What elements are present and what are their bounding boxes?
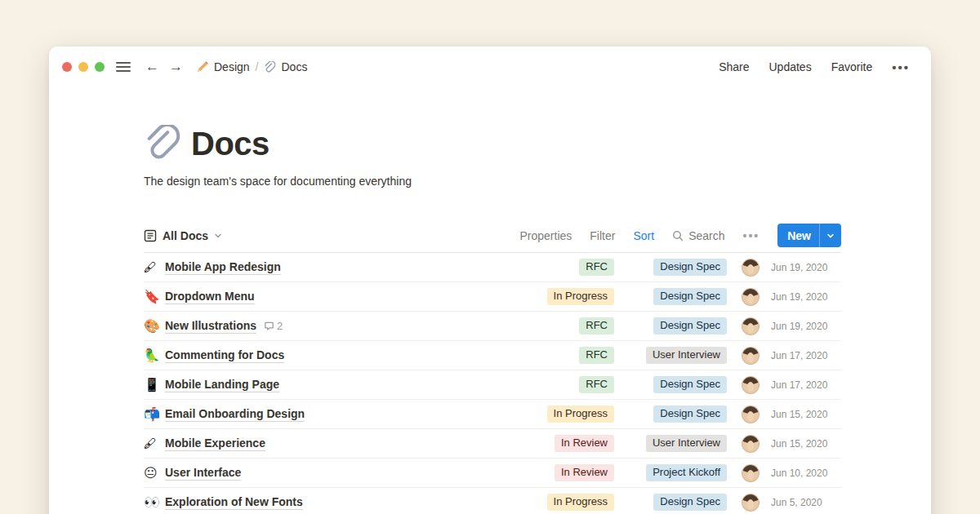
filter-button[interactable]: Filter xyxy=(590,229,615,242)
type-cell[interactable]: Design Spec xyxy=(627,494,727,511)
type-badge: Project Kickoff xyxy=(646,464,727,481)
eyes-icon: 👀 xyxy=(144,496,165,509)
avatar xyxy=(742,494,760,512)
comment-count: 2 xyxy=(264,320,283,332)
breadcrumb-label: Docs xyxy=(281,60,307,73)
type-badge: User Interview xyxy=(646,435,727,452)
type-cell[interactable]: User Interview xyxy=(627,435,727,452)
table-row[interactable]: 🖋 Mobile App Redesign RFC Design Spec Ju… xyxy=(144,253,841,282)
status-cell[interactable]: In Progress xyxy=(506,405,614,423)
type-badge: Design Spec xyxy=(653,288,727,305)
new-button-chevron-icon[interactable] xyxy=(820,224,841,247)
share-button[interactable]: Share xyxy=(719,60,749,73)
mailbox-icon: 📬 xyxy=(144,408,165,421)
type-badge: Design Spec xyxy=(653,494,727,511)
back-button[interactable]: ← xyxy=(145,59,159,75)
status-badge: In Progress xyxy=(547,494,614,511)
type-badge: Design Spec xyxy=(653,376,727,393)
avatar xyxy=(742,376,760,394)
type-cell[interactable]: Design Spec xyxy=(627,376,727,393)
doc-title-link[interactable]: Mobile Landing Page xyxy=(165,378,279,392)
status-cell[interactable]: In Review xyxy=(506,464,614,481)
breadcrumb-label: Design xyxy=(214,60,250,73)
date-cell: Jun 17, 2020 xyxy=(771,379,841,391)
status-cell[interactable]: In Progress xyxy=(506,288,614,305)
comment-count-value: 2 xyxy=(277,320,283,332)
doc-title-link[interactable]: Mobile App Redesign xyxy=(165,260,281,275)
type-cell[interactable]: User Interview xyxy=(627,347,727,364)
status-cell[interactable]: RFC xyxy=(506,376,614,393)
status-cell[interactable]: In Progress xyxy=(506,494,614,511)
avatar xyxy=(742,464,760,482)
breadcrumb-item-docs[interactable]: Docs xyxy=(264,60,307,73)
type-badge: Design Spec xyxy=(653,259,727,276)
more-options-icon[interactable]: ••• xyxy=(892,60,910,74)
doc-title-link[interactable]: Commenting for Docs xyxy=(165,348,284,363)
status-badge: In Progress xyxy=(547,288,614,305)
sort-button[interactable]: Sort xyxy=(633,229,654,242)
date-cell: Jun 19, 2020 xyxy=(771,291,841,303)
table-row[interactable]: 📬 Email Onboarding Design In Progress De… xyxy=(144,400,841,429)
doc-title-link[interactable]: User Interface xyxy=(165,466,241,481)
type-cell[interactable]: Project Kickoff xyxy=(627,464,727,481)
properties-button[interactable]: Properties xyxy=(520,229,572,242)
updates-button[interactable]: Updates xyxy=(769,60,812,73)
table-row[interactable]: 😐 User Interface In Review Project Kicko… xyxy=(144,459,841,488)
sidebar-menu-icon[interactable] xyxy=(116,62,131,72)
date-cell: Jun 10, 2020 xyxy=(771,467,841,479)
status-cell[interactable]: In Review xyxy=(506,435,614,452)
status-cell[interactable]: RFC xyxy=(506,347,614,364)
neutral-face-icon: 😐 xyxy=(144,467,165,480)
type-cell[interactable]: Design Spec xyxy=(627,259,727,276)
doc-title-link[interactable]: Exploration of New Fonts xyxy=(165,495,303,510)
breadcrumb-separator: / xyxy=(256,60,259,73)
mobile-phone-icon: 📱 xyxy=(144,379,165,392)
doc-title-link[interactable]: Email Onboarding Design xyxy=(165,407,305,422)
type-cell[interactable]: Design Spec xyxy=(627,317,727,335)
status-badge: In Review xyxy=(555,435,614,452)
status-cell[interactable]: RFC xyxy=(506,317,614,335)
app-window: ← → Design / Docs Share Updates Favorite… xyxy=(49,47,931,514)
doc-title-link[interactable]: Dropdown Menu xyxy=(165,290,255,304)
table-row[interactable]: 📱 Mobile Landing Page RFC Design Spec Ju… xyxy=(144,370,841,400)
search-icon xyxy=(672,230,684,241)
forward-button[interactable]: → xyxy=(169,59,183,75)
palette-icon: 🎨 xyxy=(144,320,165,333)
date-cell: Jun 15, 2020 xyxy=(771,409,841,420)
view-selector-label: All Docs xyxy=(163,229,208,242)
breadcrumb: Design / Docs xyxy=(196,60,307,73)
table-row[interactable]: 👀 Exploration of New Fonts In Progress D… xyxy=(144,488,841,514)
maximize-window-button[interactable] xyxy=(95,62,105,72)
search-button[interactable]: Search xyxy=(672,229,724,242)
avatar xyxy=(742,347,760,365)
parrot-icon: 🦜 xyxy=(144,349,165,362)
minimize-window-button[interactable] xyxy=(78,62,88,72)
pencil-icon xyxy=(196,60,209,73)
date-cell: Jun 17, 2020 xyxy=(771,350,841,361)
type-cell[interactable]: Design Spec xyxy=(627,288,727,305)
avatar xyxy=(742,317,760,335)
breadcrumb-item-design[interactable]: Design xyxy=(196,60,250,73)
table-row[interactable]: 🔖 Dropdown Menu In Progress Design Spec … xyxy=(144,282,841,312)
status-badge: RFC xyxy=(579,376,614,393)
toolbar-more-icon[interactable]: ••• xyxy=(742,229,760,242)
paperclip-icon xyxy=(264,61,276,73)
date-cell: Jun 15, 2020 xyxy=(771,438,841,450)
new-button[interactable]: New xyxy=(777,224,841,247)
favorite-button[interactable]: Favorite xyxy=(831,60,873,73)
view-selector[interactable]: All Docs xyxy=(144,229,222,242)
table-row[interactable]: 🖋 Mobile Experience In Review User Inter… xyxy=(144,429,841,459)
doc-title-link[interactable]: Mobile Experience xyxy=(165,436,265,451)
doc-title-link[interactable]: New Illustrations xyxy=(165,319,256,334)
table-row[interactable]: 🎨 New Illustrations 2 RFC Design Spec Ju… xyxy=(144,312,841,341)
close-window-button[interactable] xyxy=(62,62,72,72)
new-button-label: New xyxy=(777,224,819,247)
status-badge: RFC xyxy=(579,259,614,276)
docs-view-icon xyxy=(144,229,157,242)
table-row[interactable]: 🦜 Commenting for Docs RFC User Interview… xyxy=(144,341,841,370)
status-cell[interactable]: RFC xyxy=(506,259,614,276)
pen-icon: 🖋 xyxy=(144,437,165,450)
page-subtitle: The design team's space for documenting … xyxy=(144,175,841,188)
view-toolbar: All Docs Properties Filter Sort Search •… xyxy=(144,219,841,253)
type-cell[interactable]: Design Spec xyxy=(627,405,727,423)
